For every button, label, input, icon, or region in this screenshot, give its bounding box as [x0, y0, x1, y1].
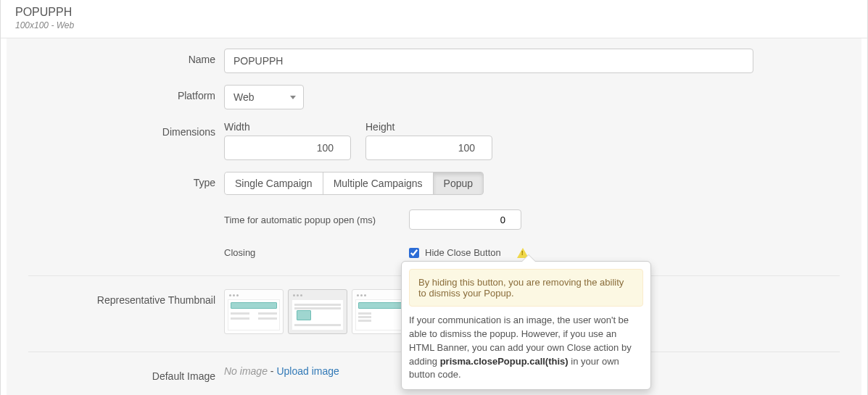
popover-body: If your communication is an image, the u…	[409, 314, 643, 382]
height-input[interactable]	[365, 136, 492, 160]
thumbnail-option-2[interactable]	[288, 289, 347, 334]
dimensions-label: Dimensions	[7, 121, 224, 138]
upload-image-link[interactable]: Upload image	[276, 365, 339, 377]
name-label: Name	[7, 49, 224, 65]
warning-popover: By hiding this button, you are removing …	[401, 261, 651, 390]
platform-select[interactable]: Web	[224, 85, 304, 109]
type-option-multiple[interactable]: Multiple Campaigns	[323, 172, 434, 195]
type-label: Type	[7, 172, 224, 188]
popup-time-input[interactable]	[409, 209, 521, 230]
type-button-group: Single Campaign Multiple Campaigns Popup	[224, 172, 484, 195]
no-image-text: No image	[224, 365, 268, 377]
platform-label: Platform	[7, 85, 224, 101]
height-label: Height	[365, 121, 492, 133]
chevron-down-icon	[290, 96, 296, 99]
width-label: Width	[224, 121, 351, 133]
name-input[interactable]	[224, 49, 753, 73]
panel-title: POPUPPH	[15, 6, 853, 19]
type-option-single[interactable]: Single Campaign	[224, 172, 323, 195]
popover-alert: By hiding this button, you are removing …	[409, 269, 643, 307]
thumbnail-label: Representative Thumbnail	[7, 289, 224, 306]
platform-value: Web	[233, 91, 255, 103]
thumbnail-option-1[interactable]	[224, 289, 284, 334]
separator: -	[268, 365, 276, 377]
hide-close-label: Hide Close Button	[425, 247, 501, 258]
panel-subtitle: 100x100 - Web	[15, 20, 853, 30]
type-option-popup[interactable]: Popup	[433, 172, 484, 195]
closing-label: Closing	[224, 247, 409, 258]
default-image-label: Default Image	[7, 365, 224, 382]
width-input[interactable]	[224, 136, 351, 160]
popover-code: prisma.closePopup.call(this)	[440, 356, 569, 367]
hide-close-checkbox[interactable]	[409, 248, 419, 258]
panel-header: POPUPPH 100x100 - Web	[1, 0, 867, 38]
popup-time-label: Time for automatic popup open (ms)	[224, 215, 409, 225]
